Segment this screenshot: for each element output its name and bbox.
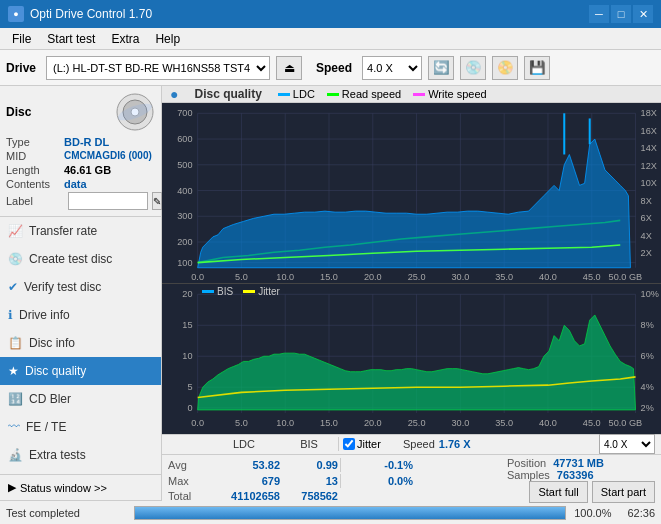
svg-text:30.0: 30.0 — [451, 419, 469, 429]
svg-text:25.0: 25.0 — [408, 419, 426, 429]
speed-section: Speed 1.76 X — [399, 438, 599, 450]
create-test-disc-label: Create test disc — [29, 252, 112, 266]
svg-text:8%: 8% — [641, 321, 654, 331]
label-edit-button[interactable]: ✎ — [152, 192, 162, 210]
bis-avg: 0.99 — [280, 459, 338, 471]
jitter-col-header: Jitter — [357, 438, 381, 450]
mid-value: CMCMAGDI6 (000) — [64, 150, 152, 162]
extra-tests-icon: 🔬 — [8, 448, 23, 462]
menu-start-test[interactable]: Start test — [39, 30, 103, 48]
jitter-checkbox[interactable] — [343, 438, 355, 450]
speed-dropdown[interactable]: 4.0 X — [599, 434, 655, 454]
label-input[interactable] — [68, 192, 148, 210]
close-button[interactable]: ✕ — [633, 5, 653, 23]
svg-text:2X: 2X — [641, 248, 652, 258]
sidebar-item-disc-quality[interactable]: ★ Disc quality — [0, 357, 161, 385]
avg-row: Avg 53.82 0.99 -0.1% — [168, 458, 495, 472]
menu-bar: File Start test Extra Help — [0, 28, 661, 50]
save-button[interactable]: 💾 — [524, 56, 550, 80]
disc-button2[interactable]: 📀 — [492, 56, 518, 80]
start-part-button[interactable]: Start part — [592, 481, 655, 503]
legend-ldc: LDC — [278, 88, 315, 100]
disc-info-icon: 📋 — [8, 336, 23, 350]
sidebar-item-fe-te[interactable]: 〰 FE / TE — [0, 413, 161, 441]
svg-text:4X: 4X — [641, 231, 652, 241]
svg-text:300: 300 — [177, 211, 192, 221]
bis-total: 758562 — [280, 490, 338, 502]
svg-text:15.0: 15.0 — [320, 419, 338, 429]
drive-info-label: Drive info — [19, 308, 70, 322]
minimize-button[interactable]: ─ — [589, 5, 609, 23]
progress-percent: 100.0% — [574, 507, 611, 519]
jitter-avg: -0.1% — [343, 459, 413, 471]
svg-text:25.0: 25.0 — [408, 272, 426, 282]
window-controls: ─ □ ✕ — [589, 5, 653, 23]
main-area: Disc Type BD-R DL MID CMCMAGDI6 (000) Le… — [0, 86, 661, 500]
bis-color-dot — [202, 290, 214, 293]
speed-select[interactable]: 4.0 X — [362, 56, 422, 80]
sidebar-item-cd-bler[interactable]: 🔢 CD Bler — [0, 385, 161, 413]
svg-text:35.0: 35.0 — [495, 272, 513, 282]
maximize-button[interactable]: □ — [611, 5, 631, 23]
svg-text:20.0: 20.0 — [364, 272, 382, 282]
legend-write-speed: Write speed — [413, 88, 487, 100]
position-label: Position — [507, 457, 546, 469]
progress-bar-fill — [135, 507, 565, 519]
jitter-color-dot — [243, 290, 255, 293]
contents-label: Contents — [6, 178, 64, 190]
ldc-total: 41102658 — [208, 490, 280, 502]
svg-text:50.0 GB: 50.0 GB — [609, 419, 643, 429]
samples-label: Samples — [507, 469, 550, 481]
sidebar-item-extra-tests[interactable]: 🔬 Extra tests — [0, 441, 161, 469]
bottom-chart-legend: BIS Jitter — [202, 286, 280, 297]
read-speed-color-dot — [327, 93, 339, 96]
drive-select[interactable]: (L:) HL-DT-ST BD-RE WH16NS58 TST4 — [46, 56, 270, 80]
ldc-avg: 53.82 — [208, 459, 280, 471]
jitter-max: 0.0% — [343, 475, 413, 487]
stats-headers: LDC BIS Jitter Speed 1.76 X 4.0 X — [162, 435, 661, 455]
label-label: Label — [6, 195, 64, 207]
ldc-max: 679 — [208, 475, 280, 487]
svg-text:5.0: 5.0 — [235, 272, 248, 282]
bottom-chart-svg: 20 15 10 5 0 10% 8% 6% 4% 2% 0.0 5.0 10.… — [162, 284, 661, 434]
legend-bis: BIS — [202, 286, 233, 297]
svg-text:6X: 6X — [641, 213, 652, 223]
svg-text:10: 10 — [182, 351, 192, 361]
svg-text:10X: 10X — [641, 178, 657, 188]
disc-info-label: Disc info — [29, 336, 75, 350]
sidebar-item-drive-info[interactable]: ℹ Drive info — [0, 301, 161, 329]
svg-text:12X: 12X — [641, 161, 657, 171]
svg-text:14X: 14X — [641, 143, 657, 153]
read-speed-label: Read speed — [342, 88, 401, 100]
chart-icon: ● — [170, 86, 178, 102]
disc-button1[interactable]: 💿 — [460, 56, 486, 80]
speed-stat-value: 1.76 X — [439, 438, 471, 450]
avg-label: Avg — [168, 459, 208, 471]
menu-extra[interactable]: Extra — [103, 30, 147, 48]
menu-file[interactable]: File — [4, 30, 39, 48]
svg-text:15: 15 — [182, 321, 192, 331]
svg-text:700: 700 — [177, 108, 192, 118]
sidebar-item-disc-info[interactable]: 📋 Disc info — [0, 329, 161, 357]
svg-text:100: 100 — [177, 258, 192, 268]
sidebar-item-transfer-rate[interactable]: 📈 Transfer rate — [0, 217, 161, 245]
svg-text:8X: 8X — [641, 196, 652, 206]
menu-help[interactable]: Help — [147, 30, 188, 48]
start-full-button[interactable]: Start full — [529, 481, 587, 503]
length-value: 46.61 GB — [64, 164, 111, 176]
sidebar-item-create-test-disc[interactable]: 💿 Create test disc — [0, 245, 161, 273]
svg-text:18X: 18X — [641, 108, 657, 118]
status-text: Test completed — [6, 507, 126, 519]
nav-items: 📈 Transfer rate 💿 Create test disc ✔ Ver… — [0, 217, 161, 474]
refresh-button[interactable]: 🔄 — [428, 56, 454, 80]
speed-label: Speed — [316, 61, 352, 75]
sidebar-item-verify-test-disc[interactable]: ✔ Verify test disc — [0, 273, 161, 301]
fe-te-icon: 〰 — [8, 420, 20, 434]
bis-legend-label: BIS — [217, 286, 233, 297]
svg-text:500: 500 — [177, 160, 192, 170]
eject-button[interactable]: ⏏ — [276, 56, 302, 80]
type-label: Type — [6, 136, 64, 148]
status-window-button[interactable]: ▶ Status window >> — [0, 474, 161, 500]
speed-stat-label: Speed — [403, 438, 435, 450]
cd-bler-label: CD Bler — [29, 392, 71, 406]
